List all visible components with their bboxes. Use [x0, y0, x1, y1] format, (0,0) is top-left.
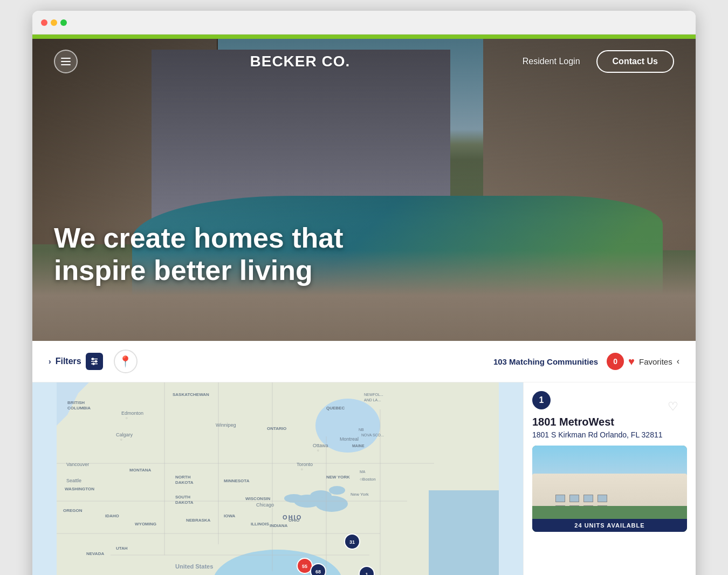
logo: BECKER CO. — [250, 53, 351, 70]
svg-text:SASKATCHEWAN: SASKATCHEWAN — [173, 392, 209, 397]
hamburger-line-2 — [61, 61, 71, 62]
svg-text:MA: MA — [360, 470, 366, 474]
svg-text:Edmonton: Edmonton — [121, 410, 143, 416]
svg-point-3 — [92, 358, 93, 360]
svg-text:OREGON: OREGON — [63, 508, 83, 513]
green-accent-bar — [32, 35, 696, 39]
svg-text:68: 68 — [315, 569, 321, 574]
svg-point-11 — [315, 496, 348, 512]
svg-text:○: ○ — [120, 438, 122, 441]
browser-window: BECKER CO. Resident Login Contact Us We … — [32, 11, 696, 575]
search-right: 103 Matching Communities 0 ♥ Favorites ‹ — [493, 353, 679, 370]
svg-text:IDAHO: IDAHO — [105, 514, 119, 518]
svg-point-7 — [329, 486, 345, 495]
favorites-section: 0 ♥ Favorites ‹ — [607, 353, 679, 370]
resident-login-link[interactable]: Resident Login — [523, 57, 580, 66]
listing-favorite-button[interactable]: ♡ — [668, 400, 678, 414]
map-svg: BRITISH COLUMBIA Edmonton ○ SASKATCHEWAN… — [32, 382, 523, 575]
svg-point-10 — [284, 494, 304, 503]
svg-text:QUEBEC: QUEBEC — [326, 406, 345, 410]
svg-text:WASHINGTON: WASHINGTON — [65, 487, 94, 491]
svg-text:NORTH: NORTH — [175, 475, 191, 480]
units-available-badge: 24 UNITS AVAILABLE — [532, 519, 687, 532]
hero-headline: We create homes that inspire better livi… — [54, 222, 344, 287]
chevron-right-icon: › — [49, 357, 51, 366]
svg-text:New York: New York — [351, 492, 369, 497]
svg-text:NOVA SCO...: NOVA SCO... — [361, 433, 384, 437]
contact-us-button[interactable]: Contact Us — [596, 50, 674, 73]
svg-text:MONTANA: MONTANA — [129, 468, 152, 473]
svg-text:Ottawa: Ottawa — [313, 443, 328, 448]
svg-text:31: 31 — [349, 539, 355, 545]
main-content: BRITISH COLUMBIA Edmonton ○ SASKATCHEWAN… — [32, 382, 696, 575]
svg-text:1: 1 — [365, 572, 368, 575]
map-pin-button[interactable]: 📍 — [114, 350, 138, 373]
listing-number: 1 — [532, 391, 551, 409]
svg-text:Toronto: Toronto — [297, 462, 313, 467]
svg-point-4 — [95, 361, 97, 362]
favorites-label[interactable]: Favorites — [639, 357, 672, 366]
listing-address: 1801 S Kirkman Rd Orlando, FL 32811 — [532, 430, 687, 439]
svg-text:COLUMBIA: COLUMBIA — [67, 406, 91, 410]
svg-point-5 — [93, 363, 94, 365]
svg-text:DAKOTA: DAKOTA — [175, 480, 194, 485]
svg-text:NEW YORK: NEW YORK — [326, 475, 350, 480]
svg-text:WISCONSIN: WISCONSIN — [245, 496, 270, 501]
svg-text:DAKOTA: DAKOTA — [175, 500, 194, 505]
svg-text:AND LA...: AND LA... — [364, 398, 381, 402]
hamburger-line-3 — [61, 64, 71, 65]
svg-text:WYOMING: WYOMING — [135, 522, 156, 526]
svg-text:Seattle: Seattle — [66, 478, 81, 483]
maximize-dot[interactable] — [60, 19, 67, 26]
svg-text:ONTARIO: ONTARIO — [267, 426, 286, 431]
heart-icon: ♥ — [628, 355, 635, 368]
svg-text:SOUTH: SOUTH — [175, 495, 190, 499]
filter-button[interactable]: › Filters — [49, 353, 103, 370]
filter-settings-icon[interactable] — [86, 353, 103, 370]
hamburger-line-1 — [61, 58, 71, 59]
svg-text:Vancouver: Vancouver — [66, 462, 89, 467]
svg-text:55: 55 — [302, 564, 307, 569]
svg-text:IOWA: IOWA — [224, 514, 236, 518]
filter-label: Filters — [56, 357, 81, 366]
headline-line1: We create homes that — [54, 222, 344, 254]
favorites-count: 0 — [607, 353, 624, 370]
svg-text:MINNESOTA: MINNESOTA — [224, 478, 250, 483]
browser-chrome — [32, 11, 696, 35]
svg-text:NB: NB — [359, 428, 364, 432]
svg-text:NEVADA: NEVADA — [86, 551, 104, 556]
listing-image: 24 UNITS AVAILABLE — [532, 446, 687, 532]
svg-text:ILLINOIS: ILLINOIS — [251, 522, 269, 526]
listing-panel: 1 ♡ 1801 MetroWest 1801 S Kirkman Rd Orl… — [523, 382, 696, 575]
listing-card: 1 ♡ 1801 MetroWest 1801 S Kirkman Rd Orl… — [532, 391, 687, 532]
listing-name[interactable]: 1801 MetroWest — [532, 416, 687, 428]
map-container[interactable]: BRITISH COLUMBIA Edmonton ○ SASKATCHEWAN… — [32, 382, 523, 575]
svg-text:UTAH: UTAH — [116, 546, 128, 551]
hero-overlay — [32, 39, 696, 341]
matching-count: 103 Matching Communities — [493, 357, 598, 366]
svg-text:BRITISH: BRITISH — [67, 400, 85, 405]
svg-text:○: ○ — [301, 468, 303, 471]
svg-text:United States: United States — [175, 563, 213, 570]
hamburger-button[interactable] — [54, 50, 78, 73]
headline-line2: inspire better living — [54, 255, 313, 286]
chevron-left-icon[interactable]: ‹ — [677, 357, 679, 366]
hero-section: BECKER CO. Resident Login Contact Us We … — [32, 39, 696, 341]
svg-text:INDIANA: INDIANA — [270, 523, 288, 528]
main-nav: BECKER CO. Resident Login Contact Us — [32, 39, 696, 84]
close-dot[interactable] — [41, 19, 47, 26]
svg-text:NEBRASKA: NEBRASKA — [186, 518, 211, 523]
map-pin-icon: 📍 — [119, 355, 132, 368]
minimize-dot[interactable] — [51, 19, 57, 26]
browser-dots — [41, 19, 67, 26]
filter-bar: › Filters 📍 103 Matching Communities 0 — [32, 341, 696, 382]
listing-windows — [555, 495, 607, 502]
ohio-label: OhIO — [283, 514, 302, 521]
svg-text:NEWFOL...: NEWFOL... — [364, 393, 383, 396]
svg-text:Chicago: Chicago — [256, 502, 274, 508]
svg-text:Calgary: Calgary — [116, 432, 133, 437]
svg-text:MAINE: MAINE — [352, 444, 365, 448]
svg-rect-14 — [429, 490, 499, 575]
svg-text:○: ○ — [317, 449, 319, 452]
svg-text:Montreal: Montreal — [340, 436, 359, 442]
